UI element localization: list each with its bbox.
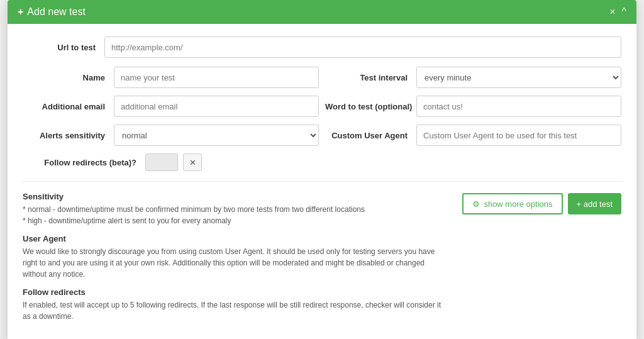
alerts-sensitivity-row: Alerts sensitivity normal high [23, 125, 319, 146]
info-actions: show more options + add test [462, 192, 621, 214]
sensitivity-line2: * high - downtime/uptime alert is sent t… [23, 216, 231, 225]
follow-redirects-title: Follow redirects [23, 287, 450, 297]
sensitivity-line1: * normal - downtime/uptime must be confi… [23, 205, 365, 214]
collapse-button[interactable]: ^ [621, 6, 626, 18]
url-label: Url to test [23, 43, 104, 52]
add-test-label: + add test [577, 199, 613, 209]
follow-redirects-label: Follow redirects (beta)? [29, 158, 145, 167]
plus-icon [18, 6, 23, 18]
follow-redirects-toggle[interactable] [145, 153, 178, 171]
left-column: Name Additional email Alerts sensitivity… [23, 67, 319, 146]
close-button[interactable]: × [609, 6, 615, 18]
show-more-options-button[interactable]: show more options [462, 193, 562, 214]
add-new-test-modal: Add new test × ^ Url to test Name Additi… [8, 0, 636, 339]
add-test-button[interactable]: + add test [568, 193, 621, 214]
additional-email-row: Additional email [23, 96, 319, 117]
sensitivity-desc: * normal - downtime/uptime must be confi… [23, 204, 450, 226]
word-to-test-input[interactable] [416, 96, 621, 117]
word-to-test-row: Word to test (optional) [325, 96, 621, 117]
name-row: Name [23, 67, 319, 88]
modal-title: Add new test [18, 6, 86, 18]
alerts-sensitivity-select[interactable]: normal high [114, 125, 319, 146]
modal-body: Url to test Name Additional email Alerts… [8, 24, 636, 339]
test-interval-select[interactable]: every minute every 5 minutes every 10 mi… [416, 67, 621, 88]
url-row: Url to test [23, 36, 621, 58]
modal-controls: × ^ [609, 6, 626, 18]
modal-title-text: Add new test [27, 6, 86, 18]
follow-redirects-clear-button[interactable]: ✕ [183, 153, 202, 171]
info-section: Sensitivity * normal - downtime/uptime m… [23, 192, 621, 330]
name-label: Name [23, 73, 114, 82]
custom-user-agent-label: Custom User Agent [325, 131, 416, 140]
custom-user-agent-row: Custom User Agent [325, 125, 621, 146]
info-text: Sensitivity * normal - downtime/uptime m… [23, 192, 450, 330]
alerts-sensitivity-label: Alerts sensitivity [23, 131, 114, 140]
word-to-test-label: Word to test (optional) [325, 102, 416, 111]
follow-redirects-control: ✕ [145, 153, 202, 171]
right-column: Test interval every minute every 5 minut… [319, 67, 621, 146]
user-agent-desc: We would like to strongly discourage you… [23, 246, 450, 280]
two-col-section: Name Additional email Alerts sensitivity… [23, 67, 621, 146]
show-more-options-label: show more options [484, 199, 552, 209]
additional-email-input[interactable] [114, 96, 319, 117]
custom-user-agent-input[interactable] [416, 125, 621, 146]
follow-redirects-row: Follow redirects (beta)? ✕ [23, 153, 621, 171]
test-interval-row: Test interval every minute every 5 minut… [325, 67, 621, 88]
name-input[interactable] [114, 67, 319, 88]
sensitivity-title: Sensitivity [23, 192, 450, 201]
test-interval-label: Test interval [325, 73, 416, 82]
modal-header: Add new test × ^ [8, 0, 636, 24]
divider [23, 181, 621, 182]
additional-email-label: Additional email [23, 102, 114, 111]
user-agent-title: User Agent [23, 234, 450, 243]
follow-redirects-desc: If enabled, test will accept up to 5 fol… [23, 299, 450, 322]
url-input[interactable] [104, 36, 621, 58]
gear-icon [472, 199, 480, 209]
